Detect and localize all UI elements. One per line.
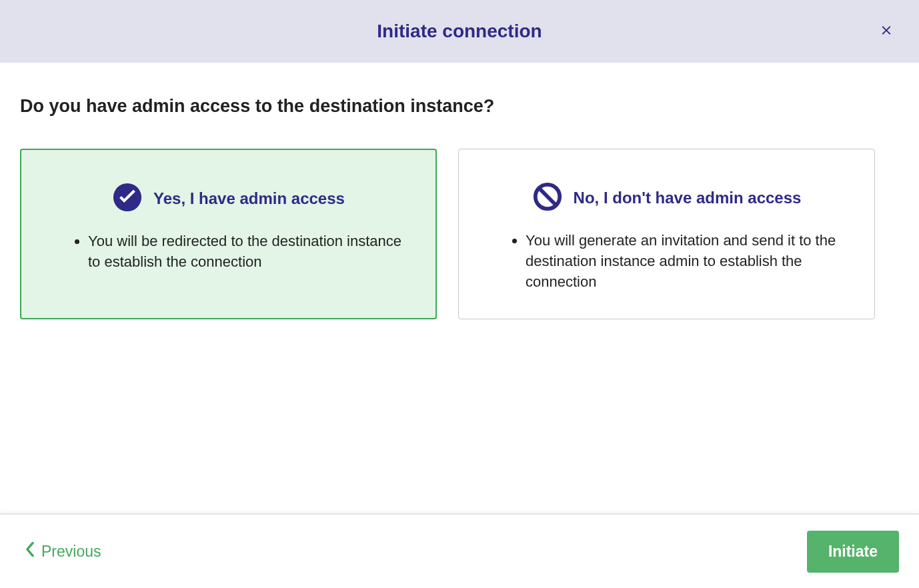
option-description-list: You will generate an invitation and send… xyxy=(479,231,854,292)
option-header: Yes, I have admin access xyxy=(41,182,415,215)
initiate-label: Initiate xyxy=(828,543,878,560)
option-description-list: You will be redirected to the destinatio… xyxy=(41,231,415,273)
dialog-content: Do you have admin access to the destinat… xyxy=(0,63,919,513)
chevron-left-icon xyxy=(25,542,35,561)
svg-line-2 xyxy=(539,189,556,205)
close-button[interactable] xyxy=(874,18,899,45)
option-yes-admin[interactable]: Yes, I have admin access You will be red… xyxy=(20,149,437,319)
previous-label: Previous xyxy=(41,543,101,561)
dialog-footer: Previous Initiate xyxy=(0,513,919,588)
previous-button[interactable]: Previous xyxy=(20,537,106,566)
option-title: No, I don't have admin access xyxy=(574,189,802,207)
option-description-item: You will be redirected to the destinatio… xyxy=(88,231,402,273)
initiate-button[interactable]: Initiate xyxy=(807,531,899,573)
option-header: No, I don't have admin access xyxy=(479,181,854,215)
option-title: Yes, I have admin access xyxy=(153,189,345,208)
option-cards: Yes, I have admin access You will be red… xyxy=(20,149,899,319)
option-no-admin[interactable]: No, I don't have admin access You will g… xyxy=(458,149,875,319)
prohibited-icon xyxy=(532,181,563,215)
dialog-header: Initiate connection xyxy=(0,0,919,63)
check-circle-icon xyxy=(112,182,143,215)
dialog-title: Initiate connection xyxy=(377,21,542,42)
option-description-item: You will generate an invitation and send… xyxy=(526,231,841,292)
question-text: Do you have admin access to the destinat… xyxy=(20,96,899,117)
close-icon xyxy=(879,23,894,40)
